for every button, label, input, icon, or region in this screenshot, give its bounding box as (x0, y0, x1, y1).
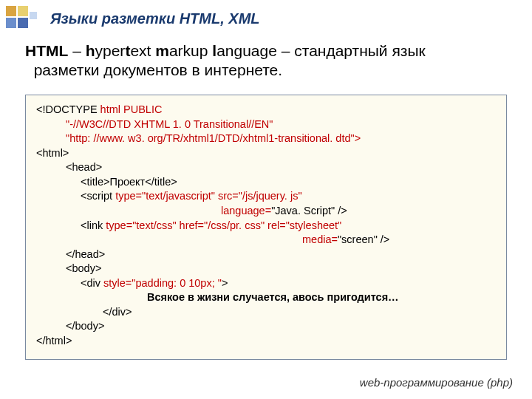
code-line: media="screen" /> (36, 233, 496, 248)
code-div-style: style="padding: 0 10px; " (103, 277, 222, 289)
intro-h: h (86, 42, 95, 59)
code-line: <head> (36, 160, 496, 175)
code-line: <!DOCTYPE html PUBLIC (36, 103, 496, 117)
corner-logo (6, 6, 41, 35)
intro-anguage: anguage – стандартный язык (216, 42, 426, 59)
code-doctype-attrs: html PUBLIC (98, 103, 163, 115)
code-script: <script (81, 190, 115, 202)
code-lang-attr: language= (221, 205, 271, 216)
svg-rect-3 (18, 18, 28, 28)
code-line: language="Java. Script" /> (36, 204, 496, 219)
code-line: <div style="padding: 0 10px; "> (36, 276, 496, 291)
code-div-close: > (222, 277, 228, 289)
code-div: <div (81, 277, 103, 289)
code-doctype: <!DOCTYPE (36, 103, 98, 115)
code-line: <script type="text/javascript" src="/js/… (36, 189, 496, 204)
footer-text: web-программирование (php) (360, 376, 513, 389)
code-line: </html> (36, 334, 496, 349)
code-lang-val: "Java. Script" /> (271, 205, 347, 216)
svg-rect-2 (6, 18, 16, 28)
slide-title: Языки разметки HTML, XML (50, 10, 260, 27)
intro-dash: – (68, 42, 85, 59)
code-line: <link type="text/css" href="/css/pr. css… (36, 219, 496, 233)
code-line: Всякое в жизни случается, авось пригодит… (36, 290, 496, 305)
code-script-attrs: type="text/javascript" src="/js/jquery. … (115, 190, 301, 202)
intro-yper: yper (95, 42, 126, 59)
intro-m: m (155, 42, 169, 59)
code-line: </body> (36, 319, 496, 334)
code-line: </head> (36, 248, 496, 262)
code-link: <link (81, 219, 106, 231)
intro-line2: разметки документов в интернете. (34, 61, 282, 78)
code-media-val: "screen" /> (338, 233, 389, 245)
code-line: <body> (36, 262, 496, 276)
svg-rect-4 (30, 12, 37, 19)
code-link-attrs: type="text/css" href="/css/pr. css" rel=… (106, 219, 341, 231)
intro-html: HTML (25, 42, 68, 59)
code-line: </div> (36, 305, 496, 320)
code-line: "-//W3C//DTD XHTML 1. 0 Transitional//EN… (36, 117, 496, 132)
code-line: "http: //www. w3. org/TR/xhtml1/DTD/xhtm… (36, 132, 496, 146)
intro-arkup: arkup (169, 42, 212, 59)
code-line: <title>Проект</title> (36, 175, 496, 190)
code-box: <!DOCTYPE html PUBLIC "-//W3C//DTD XHTML… (25, 95, 507, 360)
intro-ext: ext (130, 42, 155, 59)
code-media-attr: media= (302, 233, 338, 245)
code-line: <html> (36, 146, 496, 161)
svg-rect-1 (18, 6, 28, 16)
svg-rect-0 (6, 6, 16, 16)
intro-text: HTML – hypertext markup language – станд… (25, 41, 507, 81)
